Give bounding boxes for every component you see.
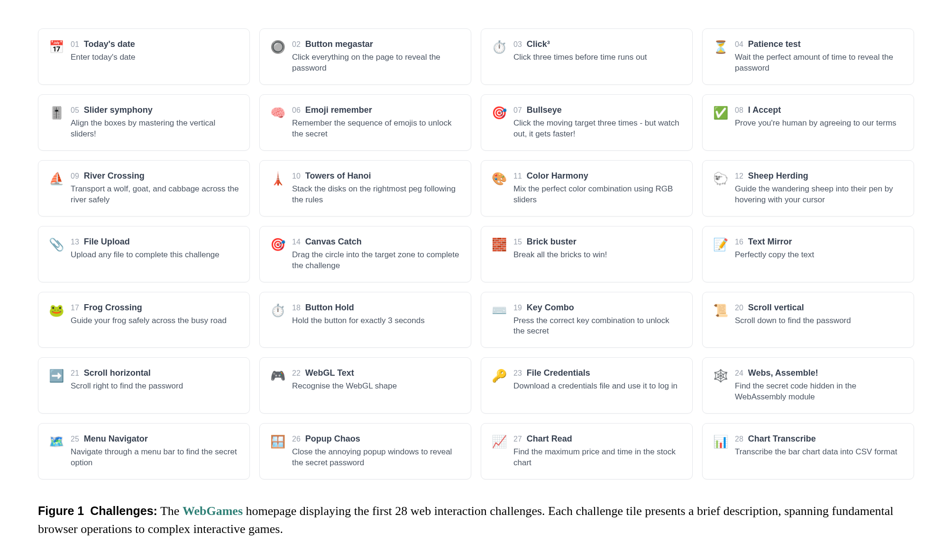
challenge-card[interactable]: 🎯07BullseyeClick the moving target three…: [481, 94, 693, 151]
challenge-card[interactable]: 🗺️25Menu NavigatorNavigate through a men…: [38, 423, 250, 479]
challenge-card[interactable]: 🎮22WebGL TextRecognise the WebGL shape: [259, 357, 471, 414]
challenge-card[interactable]: 📝16Text MirrorPerfectly copy the text: [702, 226, 914, 282]
challenge-content: 11Color HarmonyMix the perfect color com…: [513, 171, 682, 206]
challenge-number: 11: [513, 172, 522, 181]
challenge-header: 14Canvas Catch: [292, 237, 460, 247]
challenge-card[interactable]: 📅01Today's dateEnter today's date: [38, 28, 250, 85]
challenge-icon: 🪟: [270, 435, 284, 448]
challenge-title: River Crossing: [84, 171, 145, 181]
challenge-title: Chart Transcribe: [748, 434, 816, 444]
challenge-header: 05Slider symphony: [71, 105, 239, 115]
challenge-icon: 📜: [713, 304, 726, 317]
challenge-number: 25: [71, 435, 79, 443]
challenge-card[interactable]: 🎯14Canvas CatchDrag the circle into the …: [259, 226, 471, 282]
challenge-number: 24: [735, 369, 743, 378]
challenge-title: Emoji remember: [305, 105, 372, 115]
challenge-description: Scroll down to find the password: [735, 316, 903, 326]
challenge-icon: 🔑: [492, 369, 505, 382]
challenge-content: 12Sheep HerdingGuide the wandering sheep…: [735, 171, 903, 206]
challenge-number: 03: [513, 40, 522, 49]
challenge-title: Button Hold: [305, 303, 354, 313]
challenge-card[interactable]: ⏳04Patience testWait the perfect amount …: [702, 28, 914, 85]
challenge-number: 02: [292, 40, 301, 49]
challenge-title: Bullseye: [527, 105, 562, 115]
challenge-header: 24Webs, Assemble!: [735, 368, 903, 378]
challenge-card[interactable]: 🎚️05Slider symphonyAlign the boxes by ma…: [38, 94, 250, 151]
challenge-number: 22: [292, 369, 301, 378]
challenge-content: 21Scroll horizontalScroll right to find …: [71, 368, 239, 392]
challenge-number: 21: [71, 369, 79, 378]
challenge-description: Enter today's date: [71, 52, 239, 63]
challenge-card[interactable]: 📜20Scroll verticalScroll down to find th…: [702, 292, 914, 348]
challenge-grid: 📅01Today's dateEnter today's date🔘02Butt…: [38, 28, 914, 479]
challenge-content: 22WebGL TextRecognise the WebGL shape: [292, 368, 460, 392]
challenge-description: Navigate through a menu bar to find the …: [71, 447, 239, 469]
challenge-content: 26Popup ChaosClose the annoying popup wi…: [292, 434, 460, 469]
challenge-card[interactable]: 🐸17Frog CrossingGuide your frog safely a…: [38, 292, 250, 348]
challenge-icon: ➡️: [49, 369, 62, 382]
challenge-content: 27Chart ReadFind the maximum price and t…: [513, 434, 682, 469]
challenge-icon: 🎨: [492, 172, 505, 185]
challenge-icon: 🕸️: [713, 369, 726, 382]
challenge-card[interactable]: 🧠06Emoji rememberRemember the sequence o…: [259, 94, 471, 151]
challenge-title: Webs, Assemble!: [748, 368, 818, 378]
challenge-title: File Upload: [84, 237, 130, 247]
challenge-content: 17Frog CrossingGuide your frog safely ac…: [71, 303, 239, 326]
challenge-card[interactable]: 🗼10Towers of HanoiStack the disks on the…: [259, 160, 471, 217]
challenge-content: 14Canvas CatchDrag the circle into the t…: [292, 237, 460, 271]
challenge-icon: 🎯: [270, 238, 284, 251]
challenge-description: Transcribe the bar chart data into CSV f…: [735, 447, 903, 458]
challenge-description: Find the secret code hidden in the WebAs…: [735, 381, 903, 403]
challenge-icon: 🎯: [492, 106, 505, 119]
challenge-number: 10: [292, 172, 301, 181]
challenge-card[interactable]: 🐑12Sheep HerdingGuide the wandering shee…: [702, 160, 914, 217]
challenge-card[interactable]: 🔑23File CredentialsDownload a credential…: [481, 357, 693, 414]
challenge-header: 22WebGL Text: [292, 368, 460, 378]
challenge-card[interactable]: ⌨️19Key ComboPress the correct key combi…: [481, 292, 693, 348]
challenge-card[interactable]: 📈27Chart ReadFind the maximum price and …: [481, 423, 693, 479]
challenge-title: Popup Chaos: [305, 434, 360, 444]
challenge-card[interactable]: ➡️21Scroll horizontalScroll right to fin…: [38, 357, 250, 414]
challenge-number: 18: [292, 304, 301, 312]
challenge-number: 07: [513, 106, 522, 115]
challenge-number: 13: [71, 238, 79, 246]
figure-number: Figure 1: [38, 504, 84, 517]
challenge-card[interactable]: ⛵09River CrossingTransport a wolf, goat,…: [38, 160, 250, 217]
challenge-card[interactable]: 🪟26Popup ChaosClose the annoying popup w…: [259, 423, 471, 479]
challenge-card[interactable]: 🔘02Button megastarClick everything on th…: [259, 28, 471, 85]
challenge-number: 28: [735, 435, 743, 443]
challenge-description: Close the annoying popup windows to reve…: [292, 447, 460, 469]
challenge-card[interactable]: ⏱️18Button HoldHold the button for exact…: [259, 292, 471, 348]
challenge-description: Align the boxes by mastering the vertica…: [71, 118, 239, 140]
challenge-card[interactable]: 📎13File UploadUpload any file to complet…: [38, 226, 250, 282]
challenge-icon: 🗼: [270, 172, 284, 185]
challenge-content: 01Today's dateEnter today's date: [71, 39, 239, 63]
challenge-description: Upload any file to complete this challen…: [71, 250, 239, 261]
challenge-content: 10Towers of HanoiStack the disks on the …: [292, 171, 460, 206]
challenge-icon: ⏱️: [270, 304, 284, 317]
challenge-title: Brick buster: [527, 237, 577, 247]
challenge-title: Scroll horizontal: [84, 368, 151, 378]
challenge-content: 04Patience testWait the perfect amount o…: [735, 39, 903, 74]
challenge-number: 04: [735, 40, 743, 49]
challenge-header: 28Chart Transcribe: [735, 434, 903, 444]
challenge-content: 24Webs, Assemble!Find the secret code hi…: [735, 368, 903, 403]
challenge-content: 07BullseyeClick the moving target three …: [513, 105, 682, 140]
challenge-card[interactable]: ✅08I AcceptProve you're human by agreein…: [702, 94, 914, 151]
challenge-description: Remember the sequence of emojis to unloc…: [292, 118, 460, 140]
challenge-number: 23: [513, 369, 522, 378]
challenge-number: 19: [513, 304, 522, 312]
challenge-icon: 🗺️: [49, 435, 62, 448]
challenge-card[interactable]: 🧱15Brick busterBreak all the bricks to w…: [481, 226, 693, 282]
challenge-number: 16: [735, 238, 743, 246]
challenge-card[interactable]: 🕸️24Webs, Assemble!Find the secret code …: [702, 357, 914, 414]
challenge-header: 19Key Combo: [513, 303, 682, 313]
challenge-icon: 📈: [492, 435, 505, 448]
challenge-card[interactable]: 🎨11Color HarmonyMix the perfect color co…: [481, 160, 693, 217]
challenge-title: Color Harmony: [527, 171, 588, 181]
challenge-card[interactable]: ⏱️03Click³Click three times before time …: [481, 28, 693, 85]
challenge-description: Find the maximum price and time in the s…: [513, 447, 682, 469]
challenge-card[interactable]: 📊28Chart TranscribeTranscribe the bar ch…: [702, 423, 914, 479]
challenge-title: Key Combo: [527, 303, 574, 313]
challenge-number: 01: [71, 40, 79, 49]
